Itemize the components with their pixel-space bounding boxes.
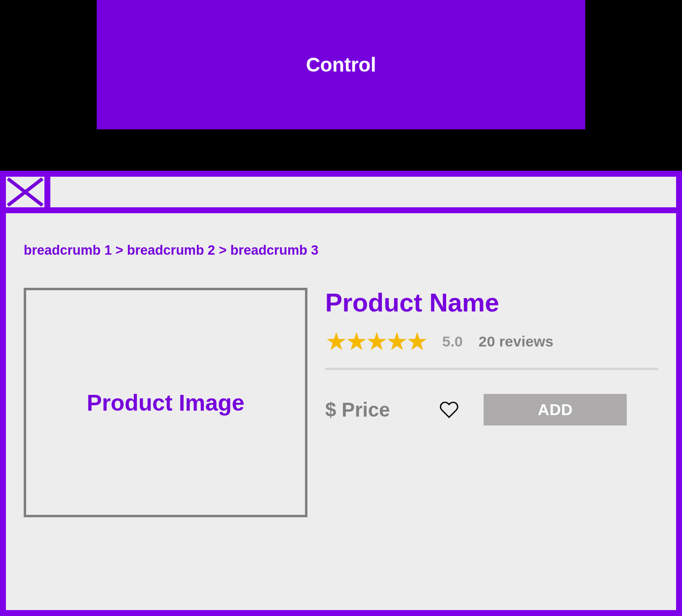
control-banner: Control [97, 0, 585, 129]
price-label: $ Price [325, 399, 390, 421]
action-row: $ Price ADD [325, 394, 658, 425]
top-banner-area: Control [0, 0, 682, 171]
browser-toolbar [6, 177, 676, 207]
rating-row: ★★★★★ 5.0 20 reviews [325, 329, 658, 370]
product-image-placeholder[interactable]: Product Image [24, 288, 307, 517]
favorite-button[interactable] [439, 400, 459, 420]
page-content: breadcrumb 1 > breadcrumb 2 > breadcrumb… [6, 213, 676, 610]
product-image-label: Product Image [87, 389, 245, 416]
close-icon [6, 177, 44, 207]
browser-frame: breadcrumb 1 > breadcrumb 2 > breadcrumb… [0, 171, 682, 616]
breadcrumb[interactable]: breadcrumb 1 > breadcrumb 2 > breadcrumb… [24, 243, 658, 258]
star-icons: ★★★★★ [325, 329, 426, 354]
product-name: Product Name [325, 288, 658, 317]
review-count[interactable]: 20 reviews [479, 333, 554, 350]
close-button[interactable] [6, 177, 44, 207]
heart-icon [439, 400, 459, 420]
rating-value: 5.0 [442, 333, 463, 350]
add-button[interactable]: ADD [484, 394, 627, 425]
control-label: Control [306, 54, 376, 76]
product-details: Product Name ★★★★★ 5.0 20 reviews $ Pric… [325, 288, 658, 517]
product-row: Product Image Product Name ★★★★★ 5.0 20 … [24, 288, 658, 517]
url-input[interactable] [50, 177, 676, 207]
